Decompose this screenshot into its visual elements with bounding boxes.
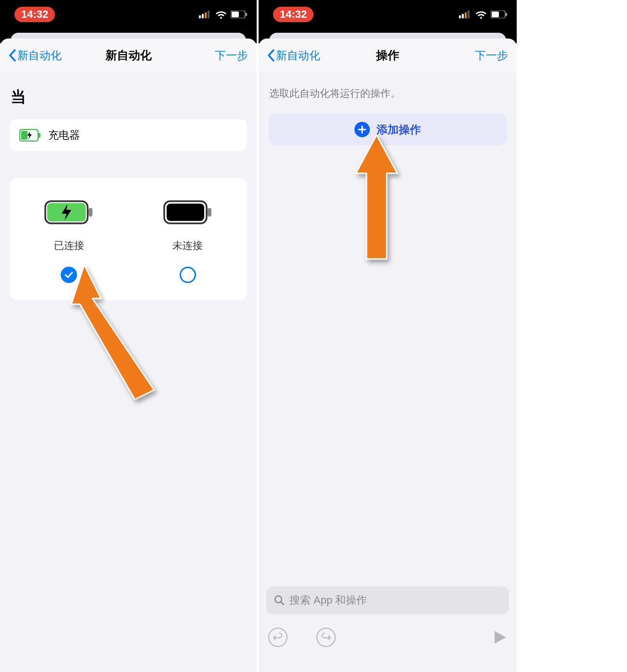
- svg-rect-15: [208, 208, 211, 217]
- back-label: 新自动化: [17, 48, 62, 63]
- chevron-left-icon: [9, 49, 16, 62]
- signal-icon: [459, 11, 471, 18]
- svg-rect-21: [492, 12, 499, 17]
- svg-rect-17: [462, 14, 464, 18]
- charger-icon: [19, 129, 40, 142]
- undo-button[interactable]: [268, 628, 287, 647]
- back-label: 新自动化: [276, 48, 320, 63]
- status-time: 14:32: [14, 7, 55, 22]
- svg-rect-16: [459, 15, 461, 18]
- wifi-icon: [475, 10, 487, 19]
- battery-charging-icon: [44, 200, 93, 224]
- subtitle: 选取此自动化将运行的操作。: [269, 87, 507, 100]
- svg-rect-6: [246, 13, 247, 16]
- svg-rect-22: [506, 13, 507, 16]
- option-disconnected-label: 未连接: [172, 239, 203, 252]
- svg-rect-1: [202, 14, 204, 18]
- svg-rect-0: [199, 15, 201, 18]
- phone-left: 14:32 新自动化 新自动化 下一步 当 充电器 已连接: [0, 0, 257, 672]
- phone-right: 14:32 新自动化 操作 下一步 选取此自动化将运行的操作。 添加操作: [259, 0, 517, 672]
- undo-icon: [273, 632, 283, 643]
- svg-rect-12: [89, 208, 92, 217]
- annotation-arrow: [67, 265, 164, 400]
- back-button[interactable]: 新自动化: [9, 48, 62, 63]
- back-button[interactable]: 新自动化: [267, 48, 320, 63]
- status-bar: 14:32: [259, 0, 517, 29]
- nav-bar: 新自动化 新自动化 下一步: [0, 39, 257, 72]
- svg-rect-5: [232, 12, 239, 17]
- battery-full-icon: [163, 200, 212, 224]
- play-icon[interactable]: [494, 630, 507, 645]
- content: 选取此自动化将运行的操作。 添加操作 搜索 App 和操作: [259, 72, 517, 672]
- svg-line-24: [281, 602, 284, 605]
- svg-rect-2: [205, 13, 207, 18]
- status-icons: [199, 10, 247, 19]
- search-icon: [274, 595, 285, 606]
- radio-disconnected[interactable]: [180, 267, 196, 283]
- search-input[interactable]: 搜索 App 和操作: [266, 586, 509, 614]
- chevron-left-icon: [267, 49, 275, 62]
- status-bar: 14:32: [0, 0, 257, 29]
- svg-rect-19: [468, 11, 470, 18]
- svg-rect-8: [21, 131, 27, 140]
- signal-icon: [199, 11, 211, 18]
- bottom-controls: [268, 628, 507, 647]
- option-connected-label: 已连接: [54, 239, 84, 252]
- svg-rect-9: [39, 133, 40, 138]
- content: 当 充电器 已连接 未连接: [0, 72, 257, 672]
- trigger-card[interactable]: 充电器: [10, 119, 247, 151]
- svg-rect-14: [167, 204, 204, 221]
- when-label: 当: [11, 87, 247, 108]
- battery-icon: [491, 11, 507, 18]
- next-button[interactable]: 下一步: [215, 48, 248, 63]
- status-icons: [459, 10, 507, 19]
- next-button[interactable]: 下一步: [475, 48, 508, 63]
- svg-rect-18: [465, 13, 467, 18]
- svg-rect-3: [208, 11, 209, 18]
- wifi-icon: [215, 10, 227, 19]
- redo-button[interactable]: [316, 628, 336, 647]
- status-time: 14:32: [273, 7, 314, 22]
- redo-icon: [321, 632, 331, 643]
- page-title: 新自动化: [105, 48, 152, 63]
- annotation-arrow: [355, 135, 398, 260]
- search-placeholder: 搜索 App 和操作: [289, 593, 367, 607]
- battery-icon: [231, 11, 247, 18]
- trigger-label: 充电器: [48, 128, 80, 142]
- nav-bar: 新自动化 操作 下一步: [259, 39, 517, 72]
- page-title: 操作: [376, 48, 399, 63]
